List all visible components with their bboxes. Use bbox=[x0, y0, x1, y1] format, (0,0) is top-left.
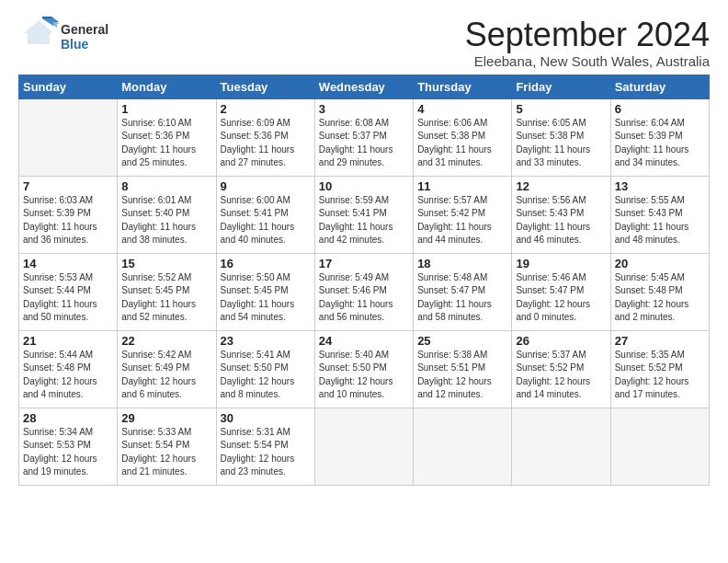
calendar-cell: 12 Sunrise: 5:56 AM Sunset: 5:43 PM Dayl… bbox=[512, 176, 610, 253]
day-info: Sunrise: 6:01 AM Sunset: 5:40 PM Dayligh… bbox=[121, 194, 211, 247]
day-info: Sunrise: 6:10 AM Sunset: 5:36 PM Dayligh… bbox=[121, 117, 211, 170]
day-info: Sunrise: 5:45 AM Sunset: 5:48 PM Dayligh… bbox=[615, 271, 705, 325]
day-info: Sunrise: 6:06 AM Sunset: 5:38 PM Dayligh… bbox=[417, 117, 507, 170]
day-number: 15 bbox=[121, 257, 211, 270]
day-info: Sunrise: 6:08 AM Sunset: 5:37 PM Dayligh… bbox=[319, 117, 409, 170]
day-number: 3 bbox=[319, 102, 409, 116]
day-info: Sunrise: 6:03 AM Sunset: 5:39 PM Dayligh… bbox=[23, 194, 113, 247]
logo-text: General Blue bbox=[61, 22, 108, 52]
day-info: Sunrise: 5:48 AM Sunset: 5:47 PM Dayligh… bbox=[417, 271, 507, 325]
title-block: September 2024 Eleebana, New South Wales… bbox=[465, 17, 710, 69]
calendar-day-header: Saturday bbox=[610, 75, 709, 98]
calendar-cell: 25 Sunrise: 5:38 AM Sunset: 5:51 PM Dayl… bbox=[414, 330, 512, 408]
calendar-cell: 1 Sunrise: 6:10 AM Sunset: 5:36 PM Dayli… bbox=[118, 98, 216, 176]
day-number: 26 bbox=[516, 334, 606, 348]
day-number: 7 bbox=[23, 179, 113, 193]
day-number: 30 bbox=[221, 411, 311, 425]
day-number: 20 bbox=[615, 257, 705, 270]
calendar-cell: 18 Sunrise: 5:48 AM Sunset: 5:47 PM Dayl… bbox=[414, 253, 512, 330]
day-info: Sunrise: 5:35 AM Sunset: 5:52 PM Dayligh… bbox=[615, 349, 705, 402]
location: Eleebana, New South Wales, Australia bbox=[465, 53, 710, 69]
calendar-cell bbox=[610, 408, 709, 485]
day-number: 12 bbox=[516, 179, 606, 193]
calendar-cell: 7 Sunrise: 6:03 AM Sunset: 5:39 PM Dayli… bbox=[19, 176, 118, 253]
day-info: Sunrise: 6:00 AM Sunset: 5:41 PM Dayligh… bbox=[221, 194, 311, 247]
calendar-cell: 10 Sunrise: 5:59 AM Sunset: 5:41 PM Dayl… bbox=[314, 176, 413, 253]
day-number: 9 bbox=[221, 179, 311, 193]
day-number: 13 bbox=[615, 179, 705, 193]
calendar-cell: 29 Sunrise: 5:33 AM Sunset: 5:54 PM Dayl… bbox=[118, 408, 216, 485]
logo-svg bbox=[18, 17, 59, 57]
calendar-cell: 24 Sunrise: 5:40 AM Sunset: 5:50 PM Dayl… bbox=[314, 330, 413, 408]
calendar-day-header: Monday bbox=[118, 75, 216, 98]
calendar-cell: 5 Sunrise: 6:05 AM Sunset: 5:38 PM Dayli… bbox=[512, 98, 610, 176]
calendar-week-row: 14 Sunrise: 5:53 AM Sunset: 5:44 PM Dayl… bbox=[19, 253, 710, 330]
day-number: 27 bbox=[615, 334, 705, 348]
day-info: Sunrise: 5:41 AM Sunset: 5:50 PM Dayligh… bbox=[221, 349, 311, 402]
day-info: Sunrise: 5:46 AM Sunset: 5:47 PM Dayligh… bbox=[516, 271, 606, 325]
calendar-cell bbox=[314, 408, 413, 485]
day-info: Sunrise: 5:53 AM Sunset: 5:44 PM Dayligh… bbox=[23, 271, 113, 325]
day-number: 17 bbox=[319, 257, 409, 270]
calendar-cell: 27 Sunrise: 5:35 AM Sunset: 5:52 PM Dayl… bbox=[610, 330, 709, 408]
day-info: Sunrise: 5:42 AM Sunset: 5:49 PM Dayligh… bbox=[121, 349, 211, 402]
day-info: Sunrise: 5:37 AM Sunset: 5:52 PM Dayligh… bbox=[516, 349, 606, 402]
day-info: Sunrise: 5:57 AM Sunset: 5:42 PM Dayligh… bbox=[417, 194, 507, 247]
calendar-cell: 8 Sunrise: 6:01 AM Sunset: 5:40 PM Dayli… bbox=[118, 176, 216, 253]
calendar-day-header: Wednesday bbox=[314, 75, 413, 98]
day-info: Sunrise: 5:52 AM Sunset: 5:45 PM Dayligh… bbox=[121, 271, 211, 325]
month-title: September 2024 bbox=[465, 17, 710, 53]
day-number: 11 bbox=[417, 179, 507, 193]
calendar-cell: 11 Sunrise: 5:57 AM Sunset: 5:42 PM Dayl… bbox=[414, 176, 512, 253]
calendar-cell bbox=[512, 408, 610, 485]
day-info: Sunrise: 6:04 AM Sunset: 5:39 PM Dayligh… bbox=[615, 117, 705, 170]
calendar-week-row: 7 Sunrise: 6:03 AM Sunset: 5:39 PM Dayli… bbox=[19, 176, 710, 253]
day-number: 4 bbox=[417, 102, 507, 116]
day-number: 10 bbox=[319, 179, 409, 193]
page: General Blue September 2024 Eleebana, Ne… bbox=[0, 0, 728, 495]
calendar-cell: 26 Sunrise: 5:37 AM Sunset: 5:52 PM Dayl… bbox=[512, 330, 610, 408]
calendar-cell: 16 Sunrise: 5:50 AM Sunset: 5:45 PM Dayl… bbox=[216, 253, 314, 330]
day-number: 18 bbox=[417, 257, 507, 270]
day-info: Sunrise: 5:49 AM Sunset: 5:46 PM Dayligh… bbox=[319, 271, 409, 325]
calendar-cell: 6 Sunrise: 6:04 AM Sunset: 5:39 PM Dayli… bbox=[610, 98, 709, 176]
calendar-cell: 3 Sunrise: 6:08 AM Sunset: 5:37 PM Dayli… bbox=[314, 98, 413, 176]
calendar-header-row: SundayMondayTuesdayWednesdayThursdayFrid… bbox=[19, 75, 710, 98]
day-number: 2 bbox=[221, 102, 311, 116]
calendar-cell: 21 Sunrise: 5:44 AM Sunset: 5:48 PM Dayl… bbox=[19, 330, 118, 408]
logo-graphic bbox=[18, 17, 59, 57]
calendar-cell: 17 Sunrise: 5:49 AM Sunset: 5:46 PM Dayl… bbox=[314, 253, 413, 330]
calendar-day-header: Tuesday bbox=[216, 75, 314, 98]
day-info: Sunrise: 5:56 AM Sunset: 5:43 PM Dayligh… bbox=[516, 194, 606, 247]
day-number: 25 bbox=[417, 334, 507, 348]
day-number: 6 bbox=[615, 102, 705, 116]
calendar-cell: 28 Sunrise: 5:34 AM Sunset: 5:53 PM Dayl… bbox=[19, 408, 118, 485]
day-number: 24 bbox=[319, 334, 409, 348]
day-info: Sunrise: 6:05 AM Sunset: 5:38 PM Dayligh… bbox=[516, 117, 606, 170]
header: General Blue September 2024 Eleebana, Ne… bbox=[18, 17, 710, 69]
day-number: 21 bbox=[23, 334, 113, 348]
day-info: Sunrise: 5:50 AM Sunset: 5:45 PM Dayligh… bbox=[221, 271, 311, 325]
day-number: 1 bbox=[121, 102, 211, 116]
calendar-cell: 15 Sunrise: 5:52 AM Sunset: 5:45 PM Dayl… bbox=[118, 253, 216, 330]
day-number: 22 bbox=[121, 334, 211, 348]
calendar-table: SundayMondayTuesdayWednesdayThursdayFrid… bbox=[18, 75, 710, 486]
calendar-cell: 30 Sunrise: 5:31 AM Sunset: 5:54 PM Dayl… bbox=[216, 408, 314, 485]
day-number: 5 bbox=[516, 102, 606, 116]
day-number: 28 bbox=[23, 411, 113, 425]
calendar-cell: 19 Sunrise: 5:46 AM Sunset: 5:47 PM Dayl… bbox=[512, 253, 610, 330]
calendar-cell bbox=[19, 98, 118, 176]
calendar-day-header: Friday bbox=[512, 75, 610, 98]
calendar-cell: 9 Sunrise: 6:00 AM Sunset: 5:41 PM Dayli… bbox=[216, 176, 314, 253]
logo-container: General Blue bbox=[18, 17, 108, 57]
day-info: Sunrise: 5:38 AM Sunset: 5:51 PM Dayligh… bbox=[417, 349, 507, 402]
day-info: Sunrise: 5:55 AM Sunset: 5:43 PM Dayligh… bbox=[615, 194, 705, 247]
day-info: Sunrise: 5:59 AM Sunset: 5:41 PM Dayligh… bbox=[319, 194, 409, 247]
day-number: 29 bbox=[121, 411, 211, 425]
calendar-week-row: 21 Sunrise: 5:44 AM Sunset: 5:48 PM Dayl… bbox=[19, 330, 710, 408]
calendar-week-row: 1 Sunrise: 6:10 AM Sunset: 5:36 PM Dayli… bbox=[19, 98, 710, 176]
day-number: 8 bbox=[121, 179, 211, 193]
calendar-cell: 4 Sunrise: 6:06 AM Sunset: 5:38 PM Dayli… bbox=[414, 98, 512, 176]
day-info: Sunrise: 5:33 AM Sunset: 5:54 PM Dayligh… bbox=[121, 426, 211, 479]
calendar-cell: 2 Sunrise: 6:09 AM Sunset: 5:36 PM Dayli… bbox=[216, 98, 314, 176]
